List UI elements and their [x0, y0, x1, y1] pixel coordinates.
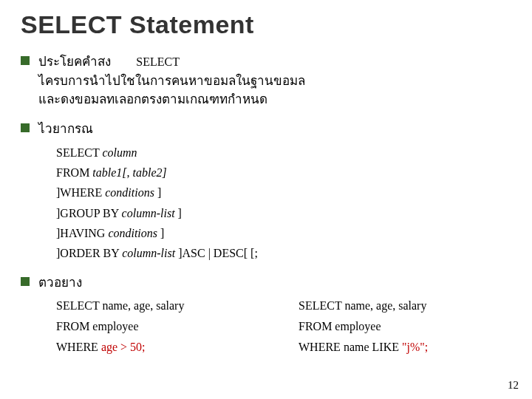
syntax-line3: ]WHERE conditions ]: [56, 183, 511, 202]
arg-conditions: conditions: [108, 227, 157, 239]
syntax-line4: ]GROUP BY column-list ]: [56, 203, 511, 223]
bracket: ]: [175, 207, 182, 219]
kw-having: ]HAVING: [56, 227, 108, 239]
ex-right-condition: "j%";: [402, 341, 428, 353]
square-bullet-icon: [21, 277, 30, 286]
arg-column: column: [102, 146, 137, 159]
example-right: SELECT name, age, salary FROM employee W…: [299, 294, 511, 359]
ex-left-condition: age > 50;: [101, 341, 146, 353]
intro-line2: ไครบการนำไปใชในการคนหาขอมลในฐานขอมล: [38, 74, 305, 88]
ex-right-l1: SELECT name, age, salary: [299, 297, 511, 315]
bullet-intro-text: ประโยคคำสง SELECT ไครบการนำไปใชในการคนหา…: [38, 52, 305, 109]
kw-groupby: ]GROUP BY: [56, 207, 122, 219]
syntax-block: SELECT column FROM table1[, table2] ]WHE…: [56, 143, 511, 263]
ex-right-l2: FROM employee: [299, 318, 511, 335]
intro-line1-pre: ประโยคคำสง: [38, 55, 111, 69]
square-bullet-icon: [21, 56, 30, 65]
example-label: ตวอยาง: [38, 273, 511, 293]
intro-keyword: SELECT: [114, 55, 202, 68]
syntax-line5: ]HAVING conditions ]: [56, 223, 511, 243]
example-left: SELECT name, age, salary FROM employee W…: [56, 294, 269, 359]
examples-grid: SELECT name, age, salary FROM employee W…: [56, 294, 511, 359]
page-title: SELECT Statement: [21, 10, 511, 39]
ex-left-l3: WHERE age > 50;: [56, 338, 269, 356]
bullet-intro: ประโยคคำสง SELECT ไครบการนำไปใชในการคนหา…: [21, 52, 511, 109]
syntax-line6: ]ORDER BY column-list ]ASC | DESC[ [;: [56, 243, 511, 263]
bracket: ]: [157, 227, 164, 239]
arg-conditions: conditions: [105, 186, 154, 199]
bullet-syntax: ไวยากรณ SELECT column FROM table1[, tabl…: [21, 120, 511, 264]
kw-orderby: ]ORDER BY: [56, 247, 122, 259]
ex-left-l1: SELECT name, age, salary: [56, 297, 269, 315]
ex-right-l3: WHERE name LIKE "j%";: [299, 338, 511, 356]
arg-column-list: column-list: [122, 207, 175, 219]
page-number: 12: [508, 379, 519, 392]
ex-right-where: WHERE name LIKE: [299, 341, 402, 353]
syntax-label: ไวยากรณ: [38, 120, 511, 139]
arg-tables: table1[, table2]: [92, 166, 166, 179]
arg-ascdesc: ]ASC | DESC[ [;: [175, 247, 258, 259]
bullet-examples: ตวอยาง SELECT name, age, salary FROM emp…: [21, 273, 511, 359]
arg-column-list: column-list: [122, 247, 175, 259]
ex-left-where: WHERE: [56, 341, 101, 353]
square-bullet-icon: [21, 123, 30, 132]
ex-left-l2: FROM employee: [56, 318, 269, 335]
syntax-line1: SELECT column: [56, 143, 511, 163]
intro-line3: และดงขอมลทเลอกตรงตามเกณฑทกำหนด: [38, 92, 267, 106]
bracket: ]: [154, 186, 161, 199]
syntax-line2: FROM table1[, table2]: [56, 163, 511, 183]
kw-select: SELECT: [56, 146, 102, 159]
kw-where: ]WHERE: [56, 186, 105, 199]
kw-from: FROM: [56, 166, 92, 179]
